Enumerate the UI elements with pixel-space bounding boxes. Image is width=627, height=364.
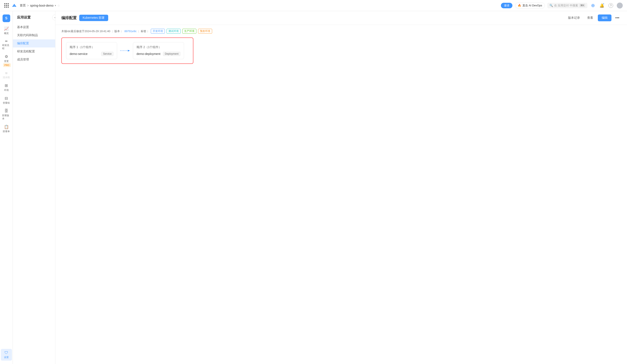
stage-2-box[interactable]: 顺序 2（1个组件） demo-deployment Deployment: [133, 42, 184, 59]
pro-badge: PRO: [3, 63, 11, 67]
page-title: 编排配置: [61, 15, 77, 20]
deploy-ver-icon: 🗄: [4, 109, 8, 113]
main-content: 编排配置 Kubernetes 部署 版本记录 查看 编辑 ••• 木烟rdc最…: [55, 11, 627, 364]
nav-actions: ⊕ 🔔 ?: [590, 2, 623, 8]
favorite-icon[interactable]: ☆: [57, 4, 60, 7]
sidebar-item-deploy-order-label: 部署单: [3, 130, 10, 133]
sidebar-item-pipeline: ≋ 流水线: [1, 69, 12, 81]
project-name: spring-boot-demo: [30, 4, 53, 7]
stage-2-component-name: demo-deployment: [137, 52, 160, 55]
more-actions-button[interactable]: •••: [614, 15, 621, 21]
version-history-button[interactable]: 版本记录: [566, 15, 582, 21]
breadcrumb-separator: >: [27, 4, 29, 7]
settings-icon: 🛡: [4, 351, 8, 355]
sidebar-item-pipeline-label: 流水线: [3, 76, 10, 79]
svg-marker-1: [128, 50, 130, 51]
stage-connector-arrow: [117, 48, 133, 53]
sidebar-item-deploy-order[interactable]: 📋 部署单: [1, 123, 12, 135]
sidebar-menu-codeproduct[interactable]: 关联代码和制品: [13, 31, 55, 39]
search-placeholder: 在 应用交付 中搜索: [554, 4, 578, 7]
tab-kubernetes-deploy[interactable]: Kubernetes 部署: [79, 15, 108, 21]
sidebar-item-overview[interactable]: 📈 概览: [1, 25, 12, 37]
env-icon: ⊞: [5, 83, 8, 88]
invite-button[interactable]: 邀请: [501, 3, 512, 8]
ai-devops-label: 直击 AI DevOps: [522, 4, 542, 7]
deploy-order-icon: 📋: [4, 125, 9, 129]
content-header-left: 编排配置 Kubernetes 部署: [61, 15, 108, 21]
notification-badge: [603, 3, 604, 5]
view-button[interactable]: 查看: [585, 15, 596, 21]
sidebar-item-change-label: 变更: [4, 60, 9, 63]
modified-by-text: 木烟rdc最后修改于2024-05-29 19:41:40: [61, 29, 110, 33]
tag-label: 标签：: [141, 29, 149, 33]
main-layout: S 📈 概览 ∞ 研发流程 ⚙ 变更 PRO ≋ 流水线 ⊞ 环境 ⊟ 变量组 …: [0, 11, 627, 364]
project-dropdown-icon[interactable]: ▾: [55, 4, 56, 7]
meta-bar: 木烟rdc最后修改于2024-05-29 19:41:40 | 版本： 8979…: [61, 29, 621, 34]
stage-1-box[interactable]: 顺序 1（1个组件） demo-service Service: [66, 42, 117, 59]
app-sidebar-menu: 基本设置 关联代码和制品 编排配置 研发流程配置 成员管理: [13, 23, 55, 64]
stage-1-component-row: demo-service Service: [70, 52, 113, 56]
app-icon[interactable]: S: [2, 14, 10, 22]
tag-test: 测试环境: [166, 29, 181, 34]
sidebar-item-overview-label: 概览: [4, 32, 9, 35]
help-icon[interactable]: ?: [608, 2, 614, 8]
content-body: 木烟rdc最后修改于2024-05-29 19:41:40 | 版本： 8979…: [55, 25, 627, 68]
notification-bell-icon[interactable]: 🔔: [599, 2, 605, 8]
sidebar-bottom: 🛡 设置: [1, 349, 12, 361]
fire-icon: 🔥: [518, 4, 521, 7]
search-shortcut: ⌘K: [579, 4, 585, 7]
tag-prod: 生产环境: [182, 29, 196, 34]
tag-dev: 开发环境: [151, 29, 165, 34]
vargroup-icon: ⊟: [5, 96, 8, 101]
breadcrumb: 首页 > spring-boot-demo ▾ ☆: [20, 4, 60, 7]
avatar[interactable]: [617, 2, 623, 8]
sidebar-item-env[interactable]: ⊞ 环境: [1, 82, 12, 93]
sidebar-item-vargroup[interactable]: ⊟ 变量组: [1, 94, 12, 106]
stage-1-component-name: demo-service: [70, 52, 88, 55]
sidebar-item-devflow-label: 研发流程: [2, 44, 11, 50]
sidebar-item-devflow[interactable]: ∞ 研发流程: [1, 38, 12, 52]
devflow-icon: ∞: [5, 39, 7, 43]
sidebar-item-deploy-ver-label: 部署版本: [2, 114, 11, 120]
content-header: 编排配置 Kubernetes 部署 版本记录 查看 编辑 •••: [55, 11, 627, 25]
version-label: 版本：: [114, 29, 123, 33]
sidebar-menu-devflow-config[interactable]: 研发流程配置: [13, 47, 55, 55]
sidebar-menu-basic[interactable]: 基本设置: [13, 23, 55, 31]
orchestration-canvas: 顺序 1（1个组件） demo-service Service 顺序 2（1个组: [61, 38, 193, 64]
meta-separator2: |: [138, 30, 139, 33]
change-icon: ⚙: [5, 54, 8, 59]
overview-icon: 📈: [4, 26, 9, 31]
meta-separator: |: [112, 30, 113, 33]
search-bar[interactable]: 🔍 在 应用交付 中搜索 ⌘K: [547, 3, 587, 8]
stage-2-component-row: demo-deployment Deployment: [137, 52, 180, 56]
app-sidebar-title: 应用设置: [13, 15, 55, 23]
content-header-right: 版本记录 查看 编辑 •••: [566, 14, 621, 21]
logo-icon: [11, 2, 17, 8]
home-link[interactable]: 首页: [20, 4, 26, 7]
ai-devops-button[interactable]: 🔥 直击 AI DevOps: [515, 2, 545, 8]
left-sidebar: S 📈 概览 ∞ 研发流程 ⚙ 变更 PRO ≋ 流水线 ⊞ 环境 ⊟ 变量组 …: [0, 11, 13, 364]
version-value[interactable]: 89791e9c: [124, 30, 137, 33]
tag-preprod: 预发环境: [198, 29, 212, 34]
stage-2-title: 顺序 2（1个组件）: [137, 45, 180, 49]
app-sidebar: 应用设置 基本设置 关联代码和制品 编排配置 研发流程配置 成员管理 ◀: [13, 11, 55, 364]
top-nav: 首页 > spring-boot-demo ▾ ☆ 邀请 🔥 直击 AI Dev…: [0, 0, 627, 11]
sidebar-item-deploy-ver[interactable]: 🗄 部署版本: [1, 107, 12, 122]
sidebar-item-change[interactable]: ⚙ 变更 PRO: [1, 52, 12, 69]
add-button[interactable]: ⊕: [590, 2, 596, 8]
stage-2-component-type: Deployment: [163, 52, 180, 56]
sidebar-menu-orchestration[interactable]: 编排配置: [13, 39, 55, 47]
pipeline-icon: ≋: [5, 71, 8, 75]
search-icon: 🔍: [549, 4, 553, 7]
sidebar-item-vargroup-label: 变量组: [3, 101, 10, 104]
grid-menu-icon[interactable]: [4, 3, 9, 8]
sidebar-item-settings-label: 设置: [4, 356, 9, 359]
sidebar-menu-member[interactable]: 成员管理: [13, 55, 55, 64]
stage-1-component-type: Service: [101, 52, 113, 56]
sidebar-item-settings[interactable]: 🛡 设置: [1, 349, 12, 361]
sidebar-item-env-label: 环境: [4, 89, 9, 92]
edit-button[interactable]: 编辑: [598, 14, 612, 21]
stage-1-title: 顺序 1（1个组件）: [70, 45, 113, 49]
